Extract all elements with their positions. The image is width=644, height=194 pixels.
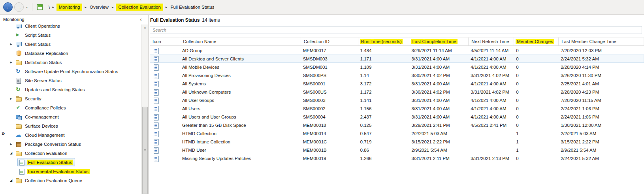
workspace-expand-icon[interactable]: » xyxy=(2,130,4,136)
table-row[interactable]: AD GroupMEM000171.4843/29/2021 11:14 AM4… xyxy=(150,46,644,55)
report-icon xyxy=(153,130,159,137)
cell-last_completion: 3/15/2021 2:22 PM xyxy=(409,139,469,144)
sidebar-item-distribution-status[interactable]: ▶Distribution Status xyxy=(0,58,141,67)
table-row[interactable]: All Provisioning DevicesSMS000PS1.143/30… xyxy=(150,71,644,79)
table-row[interactable]: All Users and User GroupsSMS000042.4373/… xyxy=(150,113,644,121)
cell-member_changes: 0 xyxy=(514,73,559,78)
report-icon xyxy=(153,64,159,70)
sidebar-item-client-operations[interactable]: Client Operations xyxy=(0,24,141,30)
cell-icon xyxy=(150,104,180,113)
sidebar-item-security[interactable]: ▶Security xyxy=(0,94,141,103)
table-row[interactable]: HTMD Intune CollectionMEM0001C0.7193/15/… xyxy=(150,137,644,146)
tree-scrollbar[interactable]: ▲ xyxy=(141,24,148,194)
table-row[interactable]: All User GroupsSMS000031.1413/31/2021 4:… xyxy=(150,96,644,104)
tree-node-body: Co-management xyxy=(14,113,62,121)
column-header-member-changes[interactable]: Member Changes xyxy=(514,38,559,45)
cell-member_changes: 0 xyxy=(514,65,559,70)
column-header-collection-name[interactable]: Collection Name xyxy=(180,38,301,45)
sidebar-item-collection-evaluation-queue[interactable]: ◢Collection Evaluation Queue xyxy=(0,176,141,185)
table-row[interactable]: All SystemsSMS000013.1723/31/2021 4:00 A… xyxy=(150,79,644,88)
column-header-collection-id[interactable]: Collection ID xyxy=(301,38,358,45)
tree-expander-icon[interactable]: ◢ xyxy=(8,176,14,185)
column-header-label: Last Member Change Time xyxy=(560,39,618,44)
back-button[interactable]: ← xyxy=(3,2,13,12)
report-icon xyxy=(153,81,159,87)
table-row[interactable]: HTMD CollectionMEM000140.5472/2/2021 5:0… xyxy=(150,129,644,137)
sidebar-item-updates-and-servicing-status[interactable]: Updates and Servicing Status xyxy=(0,85,141,94)
search-input[interactable] xyxy=(150,26,642,34)
breadcrumb-root[interactable]: \ xyxy=(48,4,51,11)
cell-name: All Desktop and Server Clients xyxy=(180,57,301,61)
table-row[interactable]: All Mobile DevicesSMSDM0011.1093/31/2021… xyxy=(150,63,644,71)
sidebar-item-package-conversion-status[interactable]: ▶Package Conversion Status xyxy=(0,139,141,149)
cell-icon xyxy=(150,129,180,137)
sidebar-item-site-server-status[interactable]: Site Server Status xyxy=(0,76,141,85)
sync-green-icon xyxy=(15,87,22,93)
cell-next_refresh: 3/31/2021 4:02 PM xyxy=(469,90,514,94)
breadcrumb-item-collection-evaluation[interactable]: Collection Evaluation xyxy=(116,4,163,11)
sidebar-item-surface-devices[interactable]: Surface Devices xyxy=(0,121,141,130)
column-header-run-time-seconds[interactable]: Run Time (seconds) xyxy=(358,38,410,45)
tree-node-body: Package Conversion Status xyxy=(14,140,84,148)
sync-blue-icon xyxy=(15,68,22,75)
table-row[interactable]: All UsersSMS000021.1563/31/2021 4:00 AM4… xyxy=(150,104,644,113)
forward-button[interactable]: → xyxy=(14,2,24,12)
cell-name: Greater than 15 GB Disk Space xyxy=(180,123,301,128)
evaluation-icon xyxy=(19,159,25,166)
column-header-last-member-change-time[interactable]: Last Member Change Time xyxy=(559,38,644,45)
sidebar-item-full-evaluation-status[interactable]: Full Evaluation Status xyxy=(0,158,141,167)
column-header-label: Icon xyxy=(151,39,162,44)
sidebar-item-incremental-evaluation-status[interactable]: Incremental Evaluation Status xyxy=(0,167,141,176)
cell-last_completion: 3/31/2021 4:00 AM xyxy=(409,57,469,61)
column-header-last-completion-time[interactable]: Last Completion Time xyxy=(409,38,469,45)
breadcrumb-item-full-evaluation-status[interactable]: Full Evaluation Status xyxy=(169,4,215,11)
history-dropdown-icon[interactable]: ▾ xyxy=(25,6,28,9)
cell-id: SMS00001 xyxy=(301,81,358,86)
package-icon xyxy=(15,141,22,147)
sidebar-item-software-update-point-synchronization-status[interactable]: Software Update Point Synchronization St… xyxy=(0,67,141,76)
column-header-icon[interactable]: Icon xyxy=(150,38,180,45)
tree-expander-icon[interactable]: ▶ xyxy=(8,139,14,149)
cell-id: SMS000PS xyxy=(301,73,358,78)
sidebar-item-collection-evaluation[interactable]: ◢Collection Evaluation xyxy=(0,149,141,158)
cell-member_changes: 1 xyxy=(514,148,559,153)
sidebar-item-label: Software Update Point Synchronization St… xyxy=(24,69,119,74)
report-icon xyxy=(153,47,159,54)
column-header-label: Last Completion Time xyxy=(411,39,457,44)
tree-node-body: Cloud Management xyxy=(14,131,68,139)
scrollbar-thumb[interactable] xyxy=(142,107,148,194)
comanage-icon xyxy=(15,114,22,120)
tree-expander-icon[interactable]: ◢ xyxy=(8,149,14,158)
tree-expander-icon[interactable]: ▶ xyxy=(8,58,14,67)
cell-run_time: 0.86 xyxy=(358,148,410,153)
table-row[interactable]: All Desktop and Server ClientsSMSDM0031.… xyxy=(150,55,644,63)
cell-id: MEM00014 xyxy=(301,131,358,136)
collapse-pane-icon[interactable]: ‹ xyxy=(140,16,142,23)
database-icon xyxy=(15,50,22,57)
table-row[interactable]: All Unknown ComputersSMS000US1.1723/30/2… xyxy=(150,88,644,96)
scroll-up-icon[interactable]: ▲ xyxy=(142,24,148,30)
sidebar-item-database-replication[interactable]: Database Replication xyxy=(0,49,141,58)
column-header-label: Next Refresh Time xyxy=(470,39,510,44)
cell-next_refresh: 4/5/2021 11:14 AM xyxy=(469,48,514,53)
sidebar-item-co-management[interactable]: Co-management xyxy=(0,112,141,121)
cell-last_member_change: 7/20/2020 11:15 AM xyxy=(559,98,644,103)
tree-node-body: Compliance Policies xyxy=(14,104,69,112)
folder-icon xyxy=(15,59,22,66)
table-row[interactable]: Missing Secuirty Updates PatchesMEM00019… xyxy=(150,154,644,162)
breadcrumb-item-overview[interactable]: Overview xyxy=(89,4,109,11)
results-header: Full Evaluation Status14 items xyxy=(149,15,644,23)
cell-member_changes: 0 xyxy=(514,81,559,86)
tree-expander-icon[interactable]: ▶ xyxy=(8,40,14,49)
sidebar-item-cloud-management[interactable]: Cloud Management xyxy=(0,130,141,139)
breadcrumb-item-monitoring[interactable]: Monitoring xyxy=(56,4,83,11)
cell-next_refresh: 4/1/2021 4:00 AM xyxy=(469,81,514,86)
table-row[interactable]: HTMD UserMEM0001B0.862/9/2021 5:54 AM12/… xyxy=(150,146,644,154)
sidebar-item-script-status[interactable]: Script Status xyxy=(0,30,141,40)
breadcrumb-separator-icon: ▸ xyxy=(112,5,114,9)
sidebar-item-compliance-policies[interactable]: Compliance Policies xyxy=(0,103,141,112)
tree-expander-icon[interactable]: ▶ xyxy=(8,94,14,103)
column-header-next-refresh-time[interactable]: Next Refresh Time xyxy=(469,38,514,45)
sidebar-item-client-status[interactable]: ▶Client Status xyxy=(0,40,141,49)
table-row[interactable]: Greater than 15 GB Disk SpaceMEM000180.1… xyxy=(150,121,644,129)
